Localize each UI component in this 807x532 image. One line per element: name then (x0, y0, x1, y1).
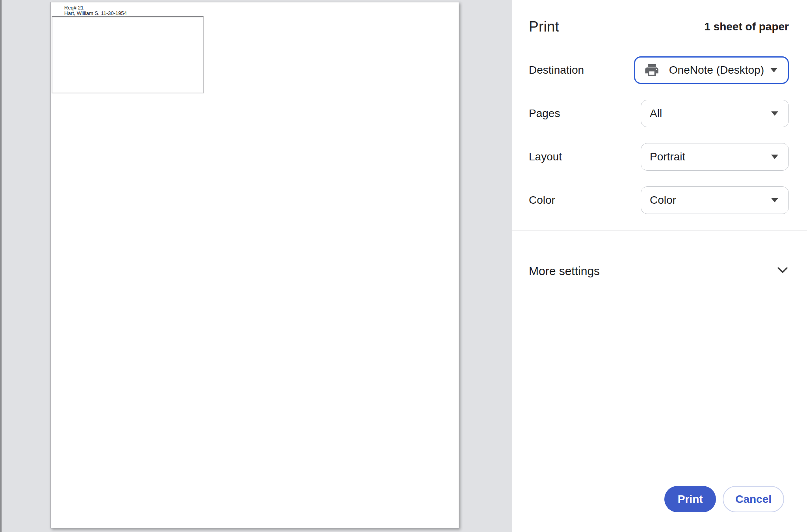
document-header-text: Req# 21 Hart, William S. 11-30-1954 (64, 5, 127, 16)
layout-row: Layout Portrait (529, 143, 789, 171)
destination-row: Destination OneNote (Desktop) (529, 56, 789, 84)
printer-icon (644, 62, 660, 78)
caret-down-icon (771, 198, 778, 203)
document-content-box (52, 16, 204, 93)
print-settings-panel: Print 1 sheet of paper Destination OneNo… (512, 0, 807, 532)
caret-down-icon (771, 155, 778, 159)
more-settings-toggle[interactable]: More settings (529, 264, 789, 278)
cancel-button[interactable]: Cancel (723, 486, 784, 512)
print-preview-page: Req# 21 Hart, William S. 11-30-1954 (50, 2, 459, 528)
color-value: Color (650, 194, 676, 206)
color-select[interactable]: Color (641, 186, 789, 214)
pages-label: Pages (529, 107, 641, 120)
destination-label: Destination (529, 64, 634, 76)
dialog-title: Print (529, 19, 559, 35)
panel-header: Print 1 sheet of paper (529, 17, 789, 36)
destination-select[interactable]: OneNote (Desktop) (634, 56, 789, 84)
window-edge (0, 0, 2, 532)
print-button[interactable]: Print (664, 486, 716, 512)
destination-value: OneNote (Desktop) (669, 64, 764, 76)
layout-select[interactable]: Portrait (641, 143, 789, 171)
sheet-count: 1 sheet of paper (704, 20, 789, 33)
caret-down-icon (770, 68, 777, 73)
color-label: Color (529, 194, 641, 206)
pages-select[interactable]: All (641, 100, 789, 127)
more-settings-label: More settings (529, 264, 600, 278)
pages-value: All (650, 107, 662, 120)
chevron-down-icon (776, 266, 789, 276)
settings-divider (512, 230, 807, 231)
layout-value: Portrait (650, 151, 685, 163)
dialog-actions: Print Cancel (664, 486, 784, 512)
color-row: Color Color (529, 186, 789, 214)
print-preview-area: Req# 21 Hart, William S. 11-30-1954 (0, 0, 512, 532)
layout-label: Layout (529, 151, 641, 163)
document-patient-line: Hart, William S. 11-30-1954 (64, 11, 127, 16)
pages-row: Pages All (529, 100, 789, 127)
document-req-line: Req# 21 (64, 5, 127, 11)
caret-down-icon (771, 112, 778, 116)
